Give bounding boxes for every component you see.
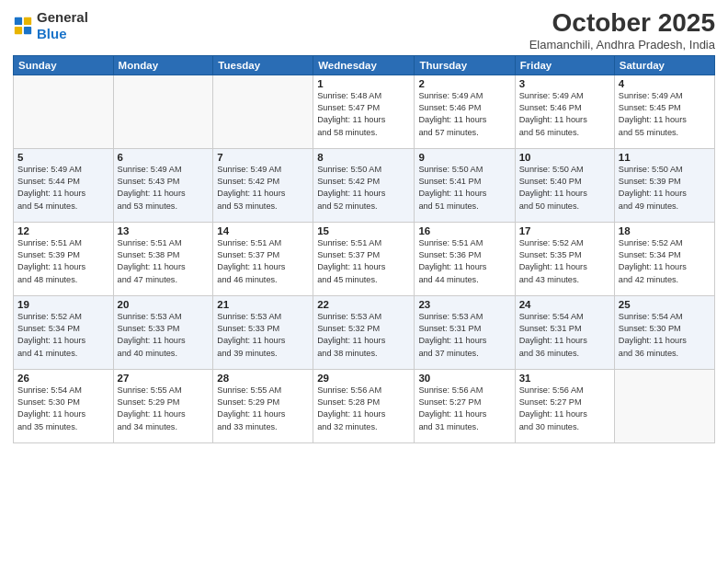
day-info: Sunrise: 5:50 AM Sunset: 5:40 PM Dayligh… (519, 164, 610, 213)
day-number: 22 (317, 299, 410, 310)
day-info: Sunrise: 5:52 AM Sunset: 5:35 PM Dayligh… (519, 237, 610, 286)
day-info: Sunrise: 5:50 AM Sunset: 5:39 PM Dayligh… (619, 164, 711, 213)
day-info: Sunrise: 5:50 AM Sunset: 5:41 PM Dayligh… (418, 164, 510, 213)
calendar-day-cell: 4Sunrise: 5:49 AM Sunset: 5:45 PM Daylig… (614, 75, 714, 148)
day-info: Sunrise: 5:49 AM Sunset: 5:46 PM Dayligh… (418, 90, 510, 139)
calendar-day-cell: 3Sunrise: 5:49 AM Sunset: 5:46 PM Daylig… (515, 75, 614, 148)
day-info: Sunrise: 5:51 AM Sunset: 5:37 PM Dayligh… (217, 237, 309, 286)
logo: General Blue (13, 9, 88, 42)
day-number: 19 (17, 299, 109, 310)
calendar-day-cell: 5Sunrise: 5:49 AM Sunset: 5:44 PM Daylig… (14, 148, 114, 222)
logo-text: General Blue (37, 9, 88, 42)
day-number: 29 (317, 373, 410, 384)
calendar-day-cell: 1Sunrise: 5:48 AM Sunset: 5:47 PM Daylig… (313, 75, 415, 148)
day-info: Sunrise: 5:53 AM Sunset: 5:31 PM Dayligh… (418, 311, 510, 360)
day-number: 17 (519, 225, 610, 236)
day-info: Sunrise: 5:49 AM Sunset: 5:46 PM Dayligh… (519, 90, 610, 139)
day-number: 24 (519, 299, 610, 310)
calendar-day-cell: 29Sunrise: 5:56 AM Sunset: 5:28 PM Dayli… (313, 369, 415, 442)
day-number: 6 (118, 152, 210, 163)
header: General Blue October 2025 Elamanchili, A… (13, 9, 715, 52)
day-number: 5 (17, 152, 109, 163)
calendar-day-cell: 18Sunrise: 5:52 AM Sunset: 5:34 PM Dayli… (614, 222, 714, 295)
calendar-day-cell: 24Sunrise: 5:54 AM Sunset: 5:31 PM Dayli… (515, 295, 614, 369)
calendar-day-cell: 10Sunrise: 5:50 AM Sunset: 5:40 PM Dayli… (515, 148, 614, 222)
day-number: 31 (519, 373, 610, 384)
day-info: Sunrise: 5:56 AM Sunset: 5:27 PM Dayligh… (418, 385, 510, 433)
svg-rect-3 (24, 27, 31, 34)
calendar-day-cell: 22Sunrise: 5:53 AM Sunset: 5:32 PM Dayli… (313, 295, 415, 369)
calendar-week-row: 5Sunrise: 5:49 AM Sunset: 5:44 PM Daylig… (14, 148, 715, 222)
calendar-day-cell: 12Sunrise: 5:51 AM Sunset: 5:39 PM Dayli… (14, 222, 114, 295)
calendar-day-cell: 26Sunrise: 5:54 AM Sunset: 5:30 PM Dayli… (14, 369, 114, 442)
calendar-day-cell: 8Sunrise: 5:50 AM Sunset: 5:42 PM Daylig… (313, 148, 415, 222)
calendar-day-cell: 19Sunrise: 5:52 AM Sunset: 5:34 PM Dayli… (14, 295, 114, 369)
calendar-day-cell: 6Sunrise: 5:49 AM Sunset: 5:43 PM Daylig… (113, 148, 213, 222)
day-number: 11 (619, 152, 711, 163)
calendar-day-cell: 28Sunrise: 5:55 AM Sunset: 5:29 PM Dayli… (213, 369, 313, 442)
calendar-day-cell (213, 75, 313, 148)
day-info: Sunrise: 5:56 AM Sunset: 5:28 PM Dayligh… (317, 385, 410, 433)
calendar-week-row: 19Sunrise: 5:52 AM Sunset: 5:34 PM Dayli… (14, 295, 715, 369)
calendar-day-cell: 25Sunrise: 5:54 AM Sunset: 5:30 PM Dayli… (614, 295, 714, 369)
day-number: 27 (118, 373, 210, 384)
day-number: 21 (217, 299, 309, 310)
day-number: 30 (418, 373, 510, 384)
day-number: 26 (17, 373, 109, 384)
header-monday: Monday (113, 55, 213, 75)
calendar-day-cell (14, 75, 114, 148)
day-number: 13 (118, 225, 210, 236)
day-number: 14 (217, 225, 309, 236)
header-sunday: Sunday (14, 55, 114, 75)
day-info: Sunrise: 5:49 AM Sunset: 5:45 PM Dayligh… (619, 90, 711, 139)
svg-rect-1 (24, 17, 31, 25)
calendar-day-cell: 14Sunrise: 5:51 AM Sunset: 5:37 PM Dayli… (213, 222, 313, 295)
day-info: Sunrise: 5:56 AM Sunset: 5:27 PM Dayligh… (519, 385, 610, 433)
day-info: Sunrise: 5:53 AM Sunset: 5:33 PM Dayligh… (217, 311, 309, 360)
day-info: Sunrise: 5:48 AM Sunset: 5:47 PM Dayligh… (317, 90, 410, 139)
title-block: October 2025 Elamanchili, Andhra Pradesh… (529, 9, 715, 52)
calendar-day-cell: 15Sunrise: 5:51 AM Sunset: 5:37 PM Dayli… (313, 222, 415, 295)
calendar-week-row: 1Sunrise: 5:48 AM Sunset: 5:47 PM Daylig… (14, 75, 715, 148)
day-info: Sunrise: 5:55 AM Sunset: 5:29 PM Dayligh… (118, 385, 210, 433)
day-info: Sunrise: 5:53 AM Sunset: 5:33 PM Dayligh… (118, 311, 210, 360)
svg-rect-0 (15, 17, 22, 25)
day-number: 1 (317, 78, 410, 89)
day-info: Sunrise: 5:52 AM Sunset: 5:34 PM Dayligh… (619, 237, 711, 286)
day-number: 2 (418, 78, 510, 89)
calendar-day-cell (113, 75, 213, 148)
day-info: Sunrise: 5:49 AM Sunset: 5:42 PM Dayligh… (217, 164, 309, 213)
day-number: 3 (519, 78, 610, 89)
day-number: 9 (418, 152, 510, 163)
day-info: Sunrise: 5:51 AM Sunset: 5:37 PM Dayligh… (317, 237, 410, 286)
logo-icon (13, 16, 33, 36)
day-number: 4 (619, 78, 711, 89)
day-number: 7 (217, 152, 309, 163)
header-tuesday: Tuesday (213, 55, 313, 75)
header-saturday: Saturday (614, 55, 714, 75)
day-info: Sunrise: 5:54 AM Sunset: 5:31 PM Dayligh… (519, 311, 610, 360)
day-number: 25 (619, 299, 711, 310)
calendar-day-cell: 23Sunrise: 5:53 AM Sunset: 5:31 PM Dayli… (415, 295, 515, 369)
page-container: General Blue October 2025 Elamanchili, A… (0, 0, 728, 451)
header-wednesday: Wednesday (313, 55, 415, 75)
calendar-day-cell: 2Sunrise: 5:49 AM Sunset: 5:46 PM Daylig… (415, 75, 515, 148)
location-subtitle: Elamanchili, Andhra Pradesh, India (529, 38, 715, 52)
day-number: 8 (317, 152, 410, 163)
calendar-day-cell: 16Sunrise: 5:51 AM Sunset: 5:36 PM Dayli… (415, 222, 515, 295)
calendar-table: Sunday Monday Tuesday Wednesday Thursday… (13, 55, 715, 443)
day-info: Sunrise: 5:53 AM Sunset: 5:32 PM Dayligh… (317, 311, 410, 360)
day-number: 18 (619, 225, 711, 236)
calendar-day-cell: 20Sunrise: 5:53 AM Sunset: 5:33 PM Dayli… (113, 295, 213, 369)
calendar-week-row: 12Sunrise: 5:51 AM Sunset: 5:39 PM Dayli… (14, 222, 715, 295)
calendar-day-cell: 17Sunrise: 5:52 AM Sunset: 5:35 PM Dayli… (515, 222, 614, 295)
day-info: Sunrise: 5:54 AM Sunset: 5:30 PM Dayligh… (619, 311, 711, 360)
calendar-week-row: 26Sunrise: 5:54 AM Sunset: 5:30 PM Dayli… (14, 369, 715, 442)
calendar-day-cell: 31Sunrise: 5:56 AM Sunset: 5:27 PM Dayli… (515, 369, 614, 442)
day-number: 12 (17, 225, 109, 236)
day-number: 15 (317, 225, 410, 236)
day-info: Sunrise: 5:51 AM Sunset: 5:36 PM Dayligh… (418, 237, 510, 286)
day-info: Sunrise: 5:49 AM Sunset: 5:43 PM Dayligh… (118, 164, 210, 213)
day-info: Sunrise: 5:51 AM Sunset: 5:38 PM Dayligh… (118, 237, 210, 286)
header-friday: Friday (515, 55, 614, 75)
